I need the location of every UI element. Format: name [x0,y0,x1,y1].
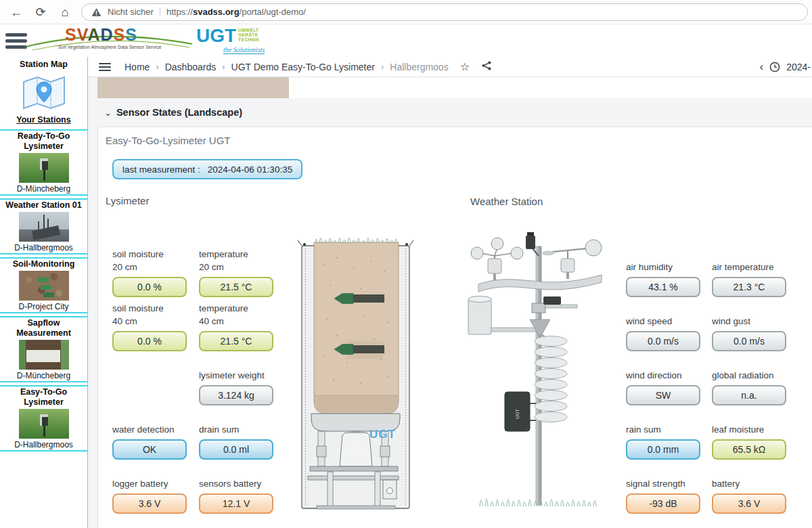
stat-label: 40 cm [199,315,286,328]
stat-drain-sum: drain sum0.0 ml [199,409,286,463]
station-name: Weather Station 01 [0,200,87,211]
your-stations-link[interactable]: Your Stations [0,115,87,125]
stat-value-temperature-40cm: 21.5 °C [199,331,273,351]
sidebar-station-card[interactable]: Easy-To-Go Lysimeter D-Hallbergmoos [0,385,87,452]
dashboard-menu-icon[interactable] [99,61,111,73]
last-measurement-badge: last measurement : 2024-04-06 01:30:35 [112,159,302,179]
browser-toolbar: ← ⟳ ⌂ Nicht sicher https://svadss.org/po… [0,0,812,24]
ugt-logo-lines: UMWELT GERÄTE TECHNIK [238,28,259,42]
breadcrumb-item-hallbergmoos[interactable]: Hallbergmoos [390,62,448,72]
stat-value-drain-sum: 0.0 ml [199,439,273,460]
stat-label: leaf moisture [712,423,798,436]
stat-label: rain sum [626,423,712,436]
brand-letter: A [88,25,101,44]
stat-value-logger-battery: 3.6 V [112,493,187,514]
url-divider [160,7,160,17]
stat-value-leaf-moisture: 65.5 kΩ [712,439,786,460]
section-title: Sensor States (Landscape) [116,107,242,118]
breadcrumb-item-ugt-demo-easy-to-go-lysimeter[interactable]: UGT Demo Easy-To-Go Lysimeter [231,62,375,72]
stat-label: logger battery [112,477,199,490]
time-range-back-chevron[interactable]: ‹ [760,62,764,72]
stat-lysimeter-weight: lysimeter weight3.124 kg [199,355,286,409]
svadss-logo: SVADSS Soil Vegetation Atmosphere Data S… [37,25,179,56]
station-photo [19,409,69,439]
stat-soil-moisture-40cm: soil moisture40 cm0.0 % [112,301,199,355]
clock-icon[interactable] [769,62,780,72]
stat-label: wind speed [626,315,712,328]
previous-panel-remnant [97,77,812,98]
stat-label: battery [712,477,798,490]
breadcrumb-item-dashboards[interactable]: Dashboards [165,62,217,72]
stat-soil-moisture-20cm: soil moisture20 cm0.0 % [112,246,199,301]
stat-label: wind gust [712,315,798,328]
stat-value-signal-strength: -93 dB [626,493,700,514]
ugt-logo-text: UGT [196,26,236,46]
breadcrumb-separator: › [156,62,158,72]
time-range-label[interactable]: 2024- [786,62,811,72]
stat-value-soil-moisture-40cm: 0.0 % [112,331,187,351]
station-location: D-Project City [0,302,87,311]
brand-letter: V [77,25,88,44]
sensor-states-panel: Easy-To-Go-Lysimeter UGT last measuremen… [97,127,812,528]
address-bar[interactable]: Nicht sicher https://svadss.org/portal/u… [81,3,808,21]
station-name: Easy-To-Go Lysimeter [0,387,87,408]
stat-wind-direction: wind directionSW [626,355,712,409]
section-row-header[interactable]: ⌄ Sensor States (Landscape) [88,98,812,127]
stat-value-wind-speed: 0.0 m/s [626,331,700,351]
home-button[interactable]: ⌂ [53,0,77,24]
brand-letter: S [114,25,126,44]
stations-sidebar: Station Map Your Stations Ready-To-Go Ly… [0,57,88,528]
stat-value-air-humidity: 43.1 % [626,277,700,297]
stat-label: soil moisture [112,302,199,315]
stat-value-air-temperature: 21.3 °C [712,277,786,297]
reload-button[interactable]: ⟳ [28,0,53,24]
last-measurement-value: 2024-04-06 01:30:35 [208,164,292,175]
stat-label: lysimeter weight [199,369,286,382]
sidebar-station-card[interactable]: Sapflow Measurement D-Müncheberg [0,316,87,382]
lysimeter-stats-grid: soil moisture20 cm0.0 %temperature20 cm2… [112,246,286,517]
sidebar-station-card[interactable]: Soil-Monitoring D-Project City [0,257,87,313]
breadcrumb-item-home[interactable]: Home [125,62,150,72]
ugt-logo: UGT UMWELT GERÄTE TECHNIK the Solutionis… [196,26,260,56]
stat-value-battery: 3.6 V [712,493,786,514]
share-icon[interactable] [481,60,492,73]
stat-spacer [112,355,199,409]
stat-logger-battery: logger battery3.6 V [112,463,199,517]
app-header: SVADSS Soil Vegetation Atmosphere Data S… [0,24,812,57]
stat-label: 20 cm [112,261,199,273]
stat-battery: battery3.6 V [712,463,798,517]
stat-air-temperature: air temperature21.3 °C [712,246,798,301]
stat-label: temperature [199,302,286,315]
stat-wind-speed: wind speed0.0 m/s [626,301,712,355]
stat-label: drain sum [199,423,286,436]
back-button[interactable]: ← [4,0,28,24]
weather-station-illustration: UGT [468,227,613,515]
station-photo [19,271,69,301]
stat-value-lysimeter-weight: 3.124 kg [199,385,273,405]
stat-sensors-battery: sensors battery12.1 V [199,463,286,517]
stat-label: air humidity [626,261,712,273]
stat-value-sensors-battery: 12.1 V [199,493,273,514]
lysimeter-illustration: UGT [296,231,415,512]
weather-station-heading: Weather Station [470,196,543,207]
breadcrumb-separator: › [381,62,384,72]
stat-label: 20 cm [199,261,286,273]
sidebar-station-card[interactable]: Ready-To-Go Lysimeter D-Müncheberg [0,129,87,196]
ugt-logo-tagline: the Solutionists [223,46,265,54]
sidebar-station-card[interactable]: Weather Station 01 D-Hallbergmoos [0,198,87,255]
station-location: D-Hallbergmoos [0,440,87,449]
last-measurement-label: last measurement : [122,164,200,175]
station-map-icon[interactable] [22,74,66,111]
station-map-title: Station Map [0,57,87,69]
star-icon[interactable]: ☆ [460,62,470,72]
stat-label: 40 cm [112,315,199,328]
stat-air-humidity: air humidity43.1 % [626,246,712,301]
stat-label: wind direction [626,369,712,382]
stat-value-wind-gust: 0.0 m/s [712,331,786,351]
station-name: Ready-To-Go Lysimeter [0,131,87,152]
stat-wind-gust: wind gust0.0 m/s [712,301,798,355]
security-label: Nicht sicher [108,7,154,17]
stat-label: global radiation [712,369,798,382]
brand-letter: D [101,25,114,44]
stat-temperature-40cm: temperature40 cm21.5 °C [199,301,286,355]
